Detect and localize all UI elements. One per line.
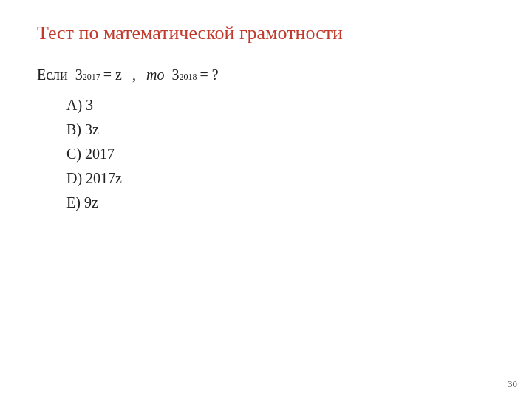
- comma: ,: [132, 66, 136, 83]
- answer-e: E) 9z: [66, 194, 495, 211]
- esli-label: Если: [37, 66, 68, 83]
- expr1-eq: = z: [103, 66, 122, 83]
- expr2-base: 3: [171, 66, 179, 83]
- answer-a: A) 3: [66, 97, 495, 114]
- expr1-base: 3: [75, 66, 83, 83]
- answer-block: A) 3 B) 3z C) 2017 D) 2017z E) 9z: [66, 97, 495, 211]
- expression-1: 32017 = z: [75, 66, 125, 83]
- answer-b: B) 3z: [66, 121, 495, 138]
- page-container: Тест по математической грамотности Если …: [0, 0, 532, 399]
- expr2-eq: = ?: [200, 66, 218, 83]
- problem-line: Если 32017 = z , то 32018 = ?: [37, 66, 495, 83]
- answer-d: D) 2017z: [66, 170, 495, 187]
- answer-c: C) 2017: [66, 146, 495, 163]
- page-number: 30: [508, 378, 517, 390]
- expression-2: 32018 = ?: [171, 66, 221, 83]
- page-title: Тест по математической грамотности: [37, 22, 495, 44]
- to-word: то: [146, 66, 164, 83]
